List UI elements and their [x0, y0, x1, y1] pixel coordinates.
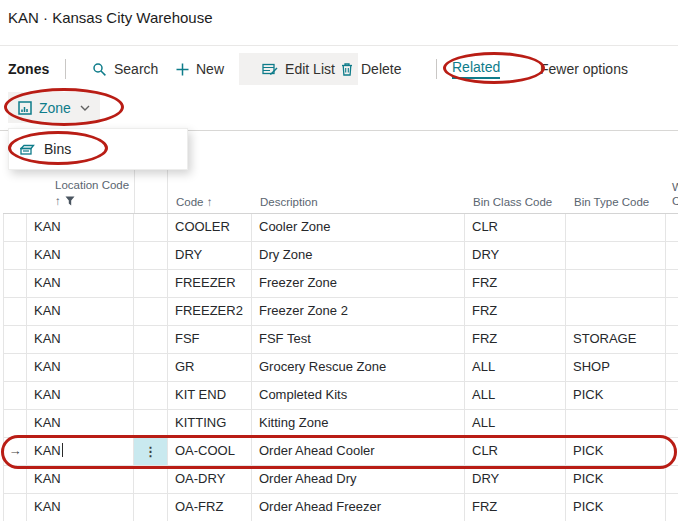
row-selector-cell[interactable]: [3, 214, 27, 241]
cell-location-code[interactable]: KAN: [27, 438, 134, 465]
row-selector-cell[interactable]: [3, 382, 27, 409]
cell-location-code[interactable]: KAN: [27, 466, 134, 493]
cell-bin-class-code[interactable]: ALL: [465, 354, 566, 381]
table-row[interactable]: KAN COOLER Cooler Zone CLR: [3, 214, 678, 242]
row-options-cell[interactable]: [134, 354, 168, 381]
cell-location-code[interactable]: KAN: [27, 382, 134, 409]
cell-bin-class-code[interactable]: DRY: [465, 242, 566, 269]
table-row[interactable]: KAN FREEZER2 Freezer Zone 2 FRZ: [3, 298, 678, 326]
column-header-bin-class-code[interactable]: Bin Class Code: [465, 196, 566, 213]
cell-bin-class-code[interactable]: FRZ: [465, 270, 566, 297]
row-selector-cell[interactable]: [3, 466, 27, 493]
search-button[interactable]: Search: [92, 53, 158, 85]
related-menu-button[interactable]: Related: [452, 53, 500, 85]
new-button[interactable]: New: [176, 53, 224, 85]
table-row[interactable]: KAN KITTING Kitting Zone ALL: [3, 410, 678, 438]
table-row[interactable]: KAN FREEZER Freezer Zone FRZ: [3, 270, 678, 298]
cell-bin-class-code[interactable]: FRZ: [465, 326, 566, 353]
row-selector-cell[interactable]: [3, 298, 27, 325]
cell-bin-class-code[interactable]: FRZ: [465, 298, 566, 325]
table-row[interactable]: KAN OA-DRY Order Ahead Dry DRY PICK: [3, 466, 678, 494]
cell-bin-class-code[interactable]: ALL: [465, 382, 566, 409]
cell-description[interactable]: Cooler Zone: [252, 214, 465, 241]
cell-bin-type-code[interactable]: [566, 270, 666, 297]
table-row[interactable]: KAN FSF FSF Test FRZ STORAGE: [3, 326, 678, 354]
row-selector-cell[interactable]: [3, 494, 27, 521]
row-selector-cell[interactable]: [3, 270, 27, 297]
cell-code[interactable]: OA-FRZ: [168, 494, 252, 521]
cell-code[interactable]: KIT END: [168, 382, 252, 409]
cell-description[interactable]: Kitting Zone: [252, 410, 465, 437]
cell-description[interactable]: FSF Test: [252, 326, 465, 353]
cell-code[interactable]: GR: [168, 354, 252, 381]
row-selector-cell[interactable]: [3, 326, 27, 353]
column-header-code[interactable]: Code ↑: [168, 196, 252, 213]
cell-code[interactable]: COOLER: [168, 214, 252, 241]
cell-description[interactable]: Order Ahead Dry: [252, 466, 465, 493]
row-options-cell[interactable]: [134, 298, 168, 325]
column-header-partial[interactable]: W C: [666, 180, 678, 213]
cell-bin-type-code[interactable]: PICK: [566, 494, 666, 521]
cell-bin-type-code[interactable]: PICK: [566, 466, 666, 493]
table-row[interactable]: → KAN ⋮ OA-COOL Order Ahead Cooler CLR P…: [3, 438, 678, 466]
row-options-cell[interactable]: ⋮: [134, 438, 168, 465]
row-options-cell[interactable]: [134, 326, 168, 353]
fewer-options-button[interactable]: Fewer options: [540, 53, 628, 85]
cell-description[interactable]: Dry Zone: [252, 242, 465, 269]
cell-location-code[interactable]: KAN: [27, 494, 134, 521]
cell-location-code[interactable]: KAN: [27, 270, 134, 297]
cell-code[interactable]: FREEZER2: [168, 298, 252, 325]
row-options-cell[interactable]: [134, 270, 168, 297]
column-header-description[interactable]: Description: [252, 196, 465, 213]
row-options-cell[interactable]: [134, 410, 168, 437]
cell-bin-class-code[interactable]: CLR: [465, 438, 566, 465]
row-selector-cell[interactable]: [3, 410, 27, 437]
cell-bin-type-code[interactable]: PICK: [566, 438, 666, 465]
cell-description[interactable]: Freezer Zone: [252, 270, 465, 297]
row-options-cell[interactable]: [134, 242, 168, 269]
cell-location-code[interactable]: KAN: [27, 298, 134, 325]
cell-bin-type-code[interactable]: SHOP: [566, 354, 666, 381]
row-selector-cell[interactable]: [3, 354, 27, 381]
row-options-cell[interactable]: [134, 382, 168, 409]
cell-description[interactable]: Order Ahead Cooler: [252, 438, 465, 465]
table-row[interactable]: KAN DRY Dry Zone DRY: [3, 242, 678, 270]
delete-button[interactable]: Delete: [340, 53, 401, 85]
cell-bin-type-code[interactable]: [566, 298, 666, 325]
column-header-location-code[interactable]: Location Code ↑: [27, 178, 134, 213]
row-selector-cell[interactable]: [3, 242, 27, 269]
cell-bin-type-code[interactable]: [566, 410, 666, 437]
cell-location-code[interactable]: KAN: [27, 326, 134, 353]
table-row[interactable]: KAN KIT END Completed Kits ALL PICK: [3, 382, 678, 410]
row-ellipsis-button[interactable]: ⋮: [134, 438, 167, 465]
cell-code[interactable]: FREEZER: [168, 270, 252, 297]
table-row[interactable]: KAN OA-FRZ Order Ahead Freezer FRZ PICK: [3, 494, 678, 521]
row-selector-cell[interactable]: →: [3, 438, 27, 465]
cell-description[interactable]: Freezer Zone 2: [252, 298, 465, 325]
cell-description[interactable]: Completed Kits: [252, 382, 465, 409]
cell-location-code[interactable]: KAN: [27, 214, 134, 241]
column-header-bin-type-code[interactable]: Bin Type Code: [566, 196, 666, 213]
cell-code[interactable]: OA-COOL: [168, 438, 252, 465]
cell-code[interactable]: FSF: [168, 326, 252, 353]
cell-bin-class-code[interactable]: DRY: [465, 466, 566, 493]
cell-bin-type-code[interactable]: PICK: [566, 382, 666, 409]
cell-location-code[interactable]: KAN: [27, 242, 134, 269]
cell-bin-type-code[interactable]: STORAGE: [566, 326, 666, 353]
cell-bin-class-code[interactable]: FRZ: [465, 494, 566, 521]
cell-description[interactable]: Order Ahead Freezer: [252, 494, 465, 521]
cell-bin-class-code[interactable]: ALL: [465, 410, 566, 437]
row-options-cell[interactable]: [134, 214, 168, 241]
cell-location-code[interactable]: KAN: [27, 354, 134, 381]
cell-description[interactable]: Grocery Rescue Zone: [252, 354, 465, 381]
cell-code[interactable]: DRY: [168, 242, 252, 269]
cell-bin-type-code[interactable]: [566, 214, 666, 241]
cell-code[interactable]: KITTING: [168, 410, 252, 437]
cell-location-code[interactable]: KAN: [27, 410, 134, 437]
table-row[interactable]: KAN GR Grocery Rescue Zone ALL SHOP: [3, 354, 678, 382]
cell-bin-class-code[interactable]: CLR: [465, 214, 566, 241]
cell-bin-type-code[interactable]: [566, 242, 666, 269]
row-options-cell[interactable]: [134, 466, 168, 493]
zone-menu-button[interactable]: Zone: [8, 92, 100, 123]
row-options-cell[interactable]: [134, 494, 168, 521]
